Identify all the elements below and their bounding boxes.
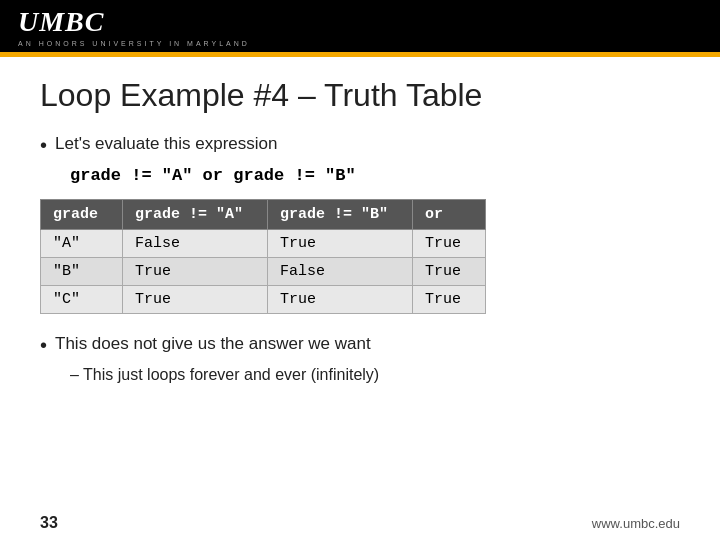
table-row: "A"FalseTrueTrue xyxy=(41,230,486,258)
footer: 33 www.umbc.edu xyxy=(40,514,680,532)
table-cell-0-3: True xyxy=(413,230,486,258)
table-cell-0-1: False xyxy=(123,230,268,258)
table-cell-2-2: True xyxy=(268,286,413,314)
table-cell-2-0: "C" xyxy=(41,286,123,314)
bullet-1: • Let's evaluate this expression xyxy=(40,132,680,158)
bullet-dot-1: • xyxy=(40,132,47,158)
table-cell-1-3: True xyxy=(413,258,486,286)
expression-line: grade != "A" or grade != "B" xyxy=(70,166,680,185)
header-bar: UMBC AN HONORS UNIVERSITY IN MARYLAND xyxy=(0,0,720,52)
col-header-grade-neq-a: grade != "A" xyxy=(123,200,268,230)
logo-text: UMBC xyxy=(18,6,250,38)
table-cell-1-2: False xyxy=(268,258,413,286)
table-body: "A"FalseTrueTrue"B"TrueFalseTrue"C"TrueT… xyxy=(41,230,486,314)
sub-bullet: – This just loops forever and ever (infi… xyxy=(70,366,680,384)
bullet-2: • This does not give us the answer we wa… xyxy=(40,332,680,358)
table-header-row: grade grade != "A" grade != "B" or xyxy=(41,200,486,230)
main-content: Loop Example #4 – Truth Table • Let's ev… xyxy=(0,57,720,394)
table-row: "C"TrueTrueTrue xyxy=(41,286,486,314)
table-row: "B"TrueFalseTrue xyxy=(41,258,486,286)
truth-table: grade grade != "A" grade != "B" or "A"Fa… xyxy=(40,199,486,314)
table-cell-2-3: True xyxy=(413,286,486,314)
table-cell-1-0: "B" xyxy=(41,258,123,286)
bullet-dot-2: • xyxy=(40,332,47,358)
col-header-grade-neq-b: grade != "B" xyxy=(268,200,413,230)
footer-url: www.umbc.edu xyxy=(592,516,680,531)
bullet-2-text: This does not give us the answer we want xyxy=(55,332,371,356)
logo-sub: AN HONORS UNIVERSITY IN MARYLAND xyxy=(18,40,250,47)
slide-number: 33 xyxy=(40,514,58,532)
sub-bullet-text: – This just loops forever and ever (infi… xyxy=(70,366,379,384)
table-cell-0-2: True xyxy=(268,230,413,258)
table-cell-1-1: True xyxy=(123,258,268,286)
table-cell-0-0: "A" xyxy=(41,230,123,258)
logo-block: UMBC AN HONORS UNIVERSITY IN MARYLAND xyxy=(18,6,250,47)
page-title: Loop Example #4 – Truth Table xyxy=(40,77,680,114)
bullet-1-text: Let's evaluate this expression xyxy=(55,132,278,156)
code-expression: grade != "A" or grade != "B" xyxy=(70,166,356,185)
col-header-grade: grade xyxy=(41,200,123,230)
col-header-or: or xyxy=(413,200,486,230)
table-cell-2-1: True xyxy=(123,286,268,314)
